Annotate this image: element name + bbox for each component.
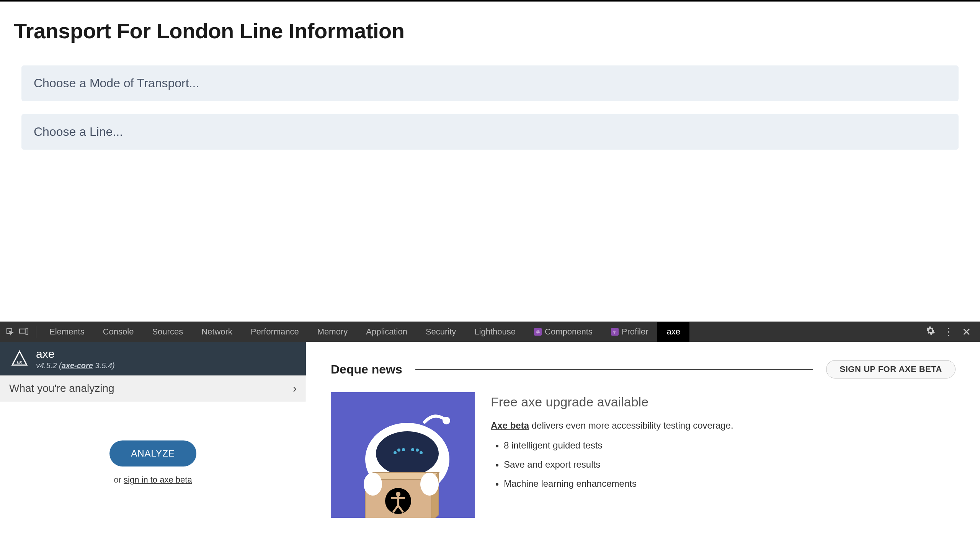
axe-header: ax axe v4.5.2 (axe-core 3.5.4) [0,342,306,375]
axe-core-link[interactable]: axe-core [62,361,93,370]
list-item: Machine learning enhancements [504,478,733,489]
tab-axe[interactable]: axe [657,322,689,342]
svg-point-12 [416,449,419,452]
select-label: Choose a Line... [34,125,123,139]
deque-news-heading: Deque news [331,362,402,377]
tab-security[interactable]: Security [416,322,465,342]
tab-lighthouse[interactable]: Lighthouse [465,322,525,342]
tab-network[interactable]: Network [192,322,242,342]
close-icon[interactable]: ✕ [962,326,971,338]
react-icon: ⚛ [611,328,619,336]
chevron-right-icon: › [293,382,297,395]
tab-profiler[interactable]: ⚛ Profiler [602,322,658,342]
tab-label: Profiler [622,327,648,337]
list-item: 8 intelligent guided tests [504,440,733,451]
svg-point-13 [420,451,423,454]
kebab-icon[interactable]: ⋮ [944,326,954,338]
tab-performance[interactable]: Performance [242,322,308,342]
analyzing-label: What you're analyzing [9,382,114,395]
line-select[interactable]: Choose a Line... [21,114,959,150]
devtools-panel: Elements Console Sources Network Perform… [0,321,980,535]
axe-panel: ax axe v4.5.2 (axe-core 3.5.4) What you'… [0,342,980,535]
axe-sidebar: ax axe v4.5.2 (axe-core 3.5.4) What you'… [0,342,306,535]
page-content: Transport For London Line Information Ch… [0,2,980,179]
divider [36,326,36,338]
news-body: Free axe upgrade available Axe beta deli… [331,392,956,518]
news-text: Free axe upgrade available Axe beta deli… [491,392,733,497]
svg-point-8 [394,451,397,454]
select-label: Choose a Mode of Transport... [34,76,199,90]
devtools-tabbar: Elements Console Sources Network Perform… [0,322,980,342]
axe-version: v4.5.2 (axe-core 3.5.4) [36,361,115,370]
axe-name: axe [36,347,115,361]
signin-line: or sign in to axe beta [114,475,192,485]
tab-memory[interactable]: Memory [308,322,357,342]
signin-link[interactable]: sign in to axe beta [124,475,192,484]
svg-point-10 [402,448,405,451]
divider [415,369,813,370]
svg-point-6 [443,417,450,424]
svg-point-9 [397,449,400,452]
tab-components[interactable]: ⚛ Components [525,322,602,342]
axe-beta-link[interactable]: Axe beta [491,420,529,431]
tab-sources[interactable]: Sources [143,322,192,342]
tab-application[interactable]: Application [357,322,416,342]
inspect-icon[interactable] [5,326,15,337]
svg-point-11 [411,448,414,451]
news-illustration [331,392,475,518]
devtools-right-icons: ⋮ ✕ [926,326,975,338]
device-toggle-icon[interactable] [18,326,29,337]
what-youre-analyzing-toggle[interactable]: What you're analyzing › [0,375,306,401]
react-icon: ⚛ [534,328,542,336]
gear-icon[interactable] [926,326,935,338]
page-title: Transport For London Line Information [14,18,966,43]
svg-rect-2 [26,328,28,335]
analyze-button[interactable]: ANALYZE [109,440,196,466]
svg-rect-1 [20,329,25,333]
tab-console[interactable]: Console [94,322,143,342]
axe-left-body: ANALYZE or sign in to axe beta [0,401,306,535]
svg-point-18 [420,473,439,496]
svg-point-7 [376,431,439,476]
svg-text:ax: ax [17,359,22,365]
axe-logo-icon: ax [11,350,28,367]
signup-axe-beta-button[interactable]: SIGN UP FOR AXE BETA [826,360,956,378]
news-bullet-list: 8 intelligent guided tests Save and expo… [491,440,733,489]
tab-elements[interactable]: Elements [40,322,94,342]
news-subtitle: Axe beta delivers even more accessibilit… [491,420,733,431]
deque-header-row: Deque news SIGN UP FOR AXE BETA [331,360,956,378]
mode-of-transport-select[interactable]: Choose a Mode of Transport... [21,65,959,101]
svg-point-17 [364,473,382,496]
tab-label: Components [545,327,593,337]
list-item: Save and export results [504,459,733,470]
news-title: Free axe upgrade available [491,395,733,409]
axe-main: Deque news SIGN UP FOR AXE BETA [306,342,980,535]
